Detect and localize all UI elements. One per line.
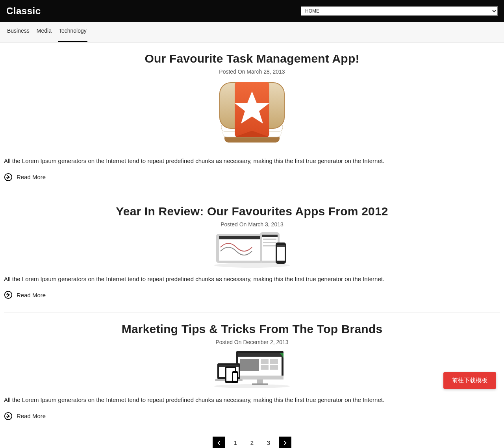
svg-rect-27 <box>240 359 259 371</box>
post: Our Favourite Task Management App! Poste… <box>4 43 500 195</box>
read-more-label: Read More <box>17 413 46 419</box>
read-more-link[interactable]: Read More <box>4 173 500 181</box>
svg-rect-15 <box>263 239 276 240</box>
svg-rect-13 <box>262 235 278 261</box>
pagination-page-1[interactable]: 1 <box>229 437 242 448</box>
post-image[interactable] <box>4 79 500 150</box>
svg-rect-26 <box>238 353 282 357</box>
read-more-link[interactable]: Read More <box>4 291 500 299</box>
svg-rect-30 <box>270 359 278 364</box>
category-link-business[interactable]: Business <box>6 28 30 42</box>
svg-rect-28 <box>261 359 269 364</box>
category-bar: Business Media Technology <box>0 22 504 43</box>
svg-rect-19 <box>277 245 285 261</box>
chevron-right-icon <box>282 440 288 446</box>
svg-rect-16 <box>263 242 276 243</box>
pagination-page-2[interactable]: 2 <box>246 437 258 448</box>
svg-rect-20 <box>277 245 285 247</box>
content: Our Favourite Task Management App! Poste… <box>0 43 504 448</box>
post-image[interactable] <box>4 231 500 268</box>
topbar: Classic HOME <box>0 0 504 22</box>
post-title[interactable]: Year In Review: Our Favourites Apps From… <box>4 205 500 218</box>
svg-rect-35 <box>252 383 268 385</box>
wunderlist-icon <box>213 79 291 150</box>
svg-rect-11 <box>219 236 260 239</box>
arrow-circle-right-icon <box>4 173 13 181</box>
post-meta: Posted On March 28, 2013 <box>4 68 500 75</box>
post-meta: Posted On December 2, 2013 <box>4 339 500 345</box>
pagination-prev[interactable] <box>213 437 225 448</box>
arrow-circle-right-icon <box>4 412 13 420</box>
svg-rect-17 <box>263 245 276 246</box>
svg-rect-34 <box>257 380 263 383</box>
svg-rect-10 <box>219 236 260 261</box>
post-excerpt: All the Lorem Ipsum generators on the In… <box>4 157 500 166</box>
category-link-technology[interactable]: Technology <box>58 28 87 42</box>
read-more-label: Read More <box>17 292 46 298</box>
post-image[interactable] <box>4 349 500 389</box>
category-link-media[interactable]: Media <box>36 28 52 42</box>
post: Marketing Tips & Tricks From The Top Bra… <box>4 313 500 434</box>
post-title[interactable]: Our Favourite Task Management App! <box>4 52 500 65</box>
pagination: 1 2 3 <box>4 434 500 448</box>
responsive-showcase-icon <box>213 349 291 389</box>
brand-title[interactable]: Classic <box>6 6 41 17</box>
read-more-link[interactable]: Read More <box>4 412 500 420</box>
svg-rect-31 <box>270 365 278 370</box>
post-title[interactable]: Marketing Tips & Tricks From The Top Bra… <box>4 322 500 336</box>
svg-rect-33 <box>236 376 284 380</box>
devices-mockup-icon <box>213 231 291 268</box>
arrow-circle-right-icon <box>4 291 13 299</box>
chevron-left-icon <box>216 440 222 446</box>
post-excerpt: All the Lorem Ipsum generators on the In… <box>4 396 500 405</box>
pagination-page-3[interactable]: 3 <box>262 437 275 448</box>
download-template-button[interactable]: 前往下载模板 <box>443 372 496 389</box>
nav-select[interactable]: HOME <box>301 6 498 16</box>
svg-rect-14 <box>262 235 278 237</box>
pagination-next[interactable] <box>279 437 291 448</box>
read-more-label: Read More <box>17 174 46 180</box>
post-excerpt: All the Lorem Ipsum generators on the In… <box>4 275 500 284</box>
svg-rect-29 <box>261 365 269 370</box>
post-meta: Posted On March 3, 2013 <box>4 221 500 228</box>
post: Year In Review: Our Favourites Apps From… <box>4 195 500 313</box>
svg-rect-43 <box>233 373 237 381</box>
